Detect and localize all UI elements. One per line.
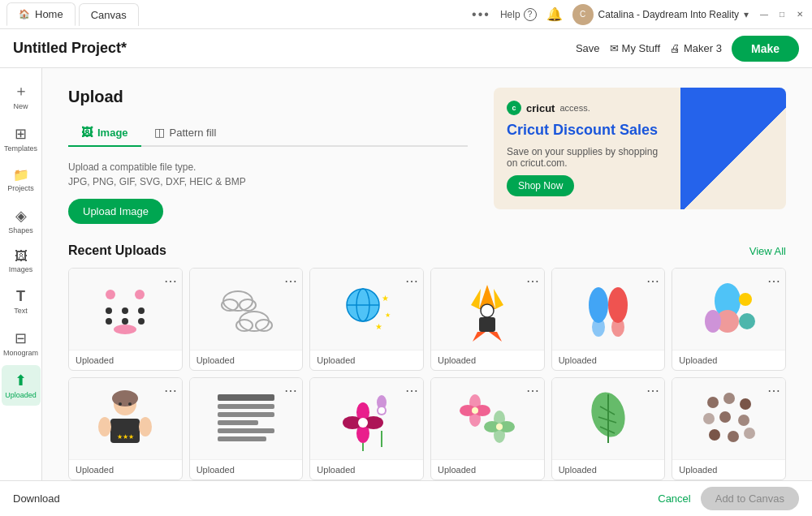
svg-point-35 xyxy=(739,293,752,306)
sidebar-label-images: Images xyxy=(9,265,33,273)
templates-icon: ⊞ xyxy=(15,125,27,143)
help-icon: ? xyxy=(524,8,537,21)
card-menu-9[interactable]: ⋯ xyxy=(405,383,418,398)
make-button[interactable]: Make xyxy=(732,36,799,62)
svg-point-44 xyxy=(128,402,132,406)
svg-point-40 xyxy=(98,417,111,436)
tab-home[interactable]: 🏠 Home xyxy=(6,2,76,26)
user-name: Catalina - Daydream Into Reality xyxy=(598,9,739,20)
add-to-canvas-button[interactable]: Add to Canvas xyxy=(701,487,799,510)
maker-button[interactable]: 🖨 Maker 3 xyxy=(670,42,722,54)
sidebar-item-uploaded[interactable]: ⬆ Uploaded xyxy=(2,365,41,406)
view-all-link[interactable]: View All xyxy=(749,245,786,257)
card-menu-12[interactable]: ⋯ xyxy=(767,383,780,398)
svg-point-36 xyxy=(739,313,755,329)
tab-canvas[interactable]: Canvas xyxy=(79,3,139,26)
sidebar-item-shapes[interactable]: ◈ Shapes xyxy=(2,200,41,241)
upload-card-11[interactable]: ⋯ Uploaded xyxy=(551,377,666,480)
svg-point-80 xyxy=(707,397,719,408)
card-label-7: Uploaded xyxy=(69,459,182,479)
card-label-8: Uploaded xyxy=(190,459,303,479)
tab-pattern-fill[interactable]: ◫ Pattern fill xyxy=(141,119,230,147)
sidebar-item-monogram[interactable]: ⊟ Monogram xyxy=(2,323,41,363)
card-svg-8 xyxy=(214,386,279,451)
svg-rect-49 xyxy=(218,420,258,425)
upload-section: Upload 🖼 Image ◫ Pattern fill Upl xyxy=(68,88,786,224)
upload-card-4[interactable]: ⋯ Uploaded xyxy=(430,268,545,371)
card-label-6: Uploaded xyxy=(672,350,785,370)
tab-canvas-label: Canvas xyxy=(91,9,127,21)
monogram-icon: ⊟ xyxy=(15,329,27,347)
svg-point-5 xyxy=(106,318,112,325)
save-button[interactable]: Save xyxy=(576,42,600,54)
card-menu-6[interactable]: ⋯ xyxy=(767,273,780,289)
upload-form: Upload 🖼 Image ◫ Pattern fill Upl xyxy=(68,88,468,224)
shop-now-button[interactable]: Shop Now xyxy=(507,175,574,196)
recent-uploads-title: Recent Uploads xyxy=(68,243,166,258)
svg-point-43 xyxy=(119,402,122,406)
text-icon: T xyxy=(16,288,25,305)
card-menu-7[interactable]: ⋯ xyxy=(164,383,177,398)
sidebar-item-text[interactable]: T Text xyxy=(2,282,41,321)
card-label-10: Uploaded xyxy=(431,459,544,479)
upload-image-button[interactable]: Upload Image xyxy=(68,199,163,224)
svg-marker-28 xyxy=(489,332,502,342)
svg-point-37 xyxy=(705,310,721,333)
upload-card-10[interactable]: ⋯ xyxy=(430,377,545,480)
help-button[interactable]: Help ? xyxy=(500,8,537,21)
tab-home-label: Home xyxy=(35,8,63,20)
ad-logo: c cricut access. xyxy=(507,101,667,115)
card-menu-4[interactable]: ⋯ xyxy=(526,273,539,289)
card-svg-6 xyxy=(697,277,762,342)
svg-point-25 xyxy=(481,304,494,317)
upload-card-1[interactable]: ⋯ Uploa xyxy=(68,268,183,371)
svg-rect-50 xyxy=(218,428,274,433)
svg-point-42 xyxy=(112,390,138,406)
svg-point-31 xyxy=(592,317,605,337)
maximize-button[interactable]: □ xyxy=(776,9,788,20)
close-button[interactable]: ✕ xyxy=(794,9,806,20)
download-button[interactable]: Download xyxy=(13,492,60,505)
sidebar-item-templates[interactable]: ⊞ Templates xyxy=(2,118,41,159)
projects-icon: 📁 xyxy=(13,167,29,183)
card-menu-5[interactable]: ⋯ xyxy=(646,273,659,289)
card-label-5: Uploaded xyxy=(552,350,665,370)
minimize-button[interactable]: — xyxy=(758,9,770,20)
card-menu-2[interactable]: ⋯ xyxy=(284,273,297,289)
svg-point-83 xyxy=(703,413,715,424)
upload-card-9[interactable]: ⋯ xyxy=(309,377,424,480)
card-svg-1 xyxy=(93,277,158,342)
content-area: Upload 🖼 Image ◫ Pattern fill Upl xyxy=(42,68,812,516)
sidebar-label-uploaded: Uploaded xyxy=(5,391,37,399)
svg-point-2 xyxy=(106,307,112,314)
my-stuff-button[interactable]: ✉ My Stuff xyxy=(610,42,660,54)
upload-card-12[interactable]: ⋯ Uploa xyxy=(672,377,786,480)
upload-card-5[interactable]: ⋯ Uploaded xyxy=(551,268,666,371)
upload-card-8[interactable]: ⋯ Uploaded xyxy=(189,377,304,480)
cancel-button[interactable]: Cancel xyxy=(658,487,690,510)
chevron-down-icon: ▾ xyxy=(744,9,749,20)
upload-card-3[interactable]: ⋯ ★ ★ ★ Uploaded xyxy=(309,268,424,371)
card-menu-10[interactable]: ⋯ xyxy=(526,383,539,398)
card-menu-11[interactable]: ⋯ xyxy=(646,383,659,398)
upload-info-line2: JPG, PNG, GIF, SVG, DXF, HEIC & BMP xyxy=(68,174,468,189)
sidebar-item-new[interactable]: ＋ New xyxy=(2,75,41,117)
tab-image[interactable]: 🖼 Image xyxy=(68,119,141,147)
upload-info: Upload a compatible file type. JPG, PNG,… xyxy=(68,160,468,189)
user-area[interactable]: C Catalina - Daydream Into Reality ▾ xyxy=(572,4,749,25)
svg-rect-51 xyxy=(218,436,266,441)
card-menu-8[interactable]: ⋯ xyxy=(284,383,297,398)
pattern-tab-label: Pattern fill xyxy=(170,127,217,139)
sidebar-item-images[interactable]: 🖼 Images xyxy=(2,243,41,280)
svg-point-81 xyxy=(723,393,735,404)
card-menu-1[interactable]: ⋯ xyxy=(164,273,177,289)
more-options-icon[interactable]: ••• xyxy=(472,7,490,22)
recent-uploads-header: Recent Uploads View All xyxy=(68,243,786,258)
card-menu-3[interactable]: ⋯ xyxy=(405,273,418,289)
notification-icon[interactable]: 🔔 xyxy=(546,6,563,22)
sidebar-item-projects[interactable]: 📁 Projects xyxy=(2,161,41,199)
upload-card-6[interactable]: ⋯ Uploaded xyxy=(672,268,786,371)
upload-card-7[interactable]: ⋯ ★★★ Uploaded xyxy=(68,377,183,480)
upload-card-2[interactable]: ⋯ Uploaded xyxy=(189,268,304,371)
image-tab-label: Image xyxy=(97,127,128,139)
